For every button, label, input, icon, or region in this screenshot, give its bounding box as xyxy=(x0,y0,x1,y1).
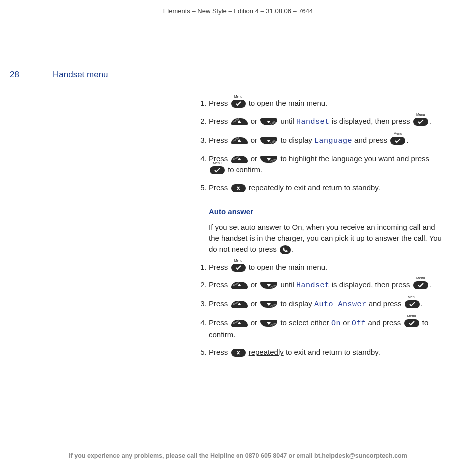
menu-button-icon: Menu xyxy=(231,264,246,272)
text: to open the main menu. xyxy=(249,263,328,271)
document-meta: Elements – New Style – Edition 4 – 31.08… xyxy=(0,0,476,16)
vertical-rule xyxy=(180,84,180,444)
nav-down-icon: Calls xyxy=(260,118,277,125)
nav-down-icon: Calls xyxy=(260,156,277,163)
footer-helpline: If you experience any problems, please c… xyxy=(0,451,476,460)
section-title: Handset menu xyxy=(53,69,108,81)
text: or xyxy=(251,117,257,125)
text: Press xyxy=(209,348,228,356)
menu-button-icon: Menu xyxy=(210,166,225,174)
text: Press xyxy=(209,136,228,144)
text: Press xyxy=(209,183,228,192)
lcd-text: Handset xyxy=(296,281,330,290)
text: to display xyxy=(280,136,312,144)
nav-down-icon: Calls xyxy=(260,282,277,289)
menu-button-icon: Menu xyxy=(405,300,420,308)
text: Press xyxy=(209,318,228,327)
step: Press ✕ repeatedly to exit and return to… xyxy=(209,182,447,193)
menu-button-icon: Menu xyxy=(404,319,419,327)
lcd-text: Handset xyxy=(296,118,330,126)
text: to display xyxy=(280,299,312,308)
text: is displayed, then press xyxy=(332,117,410,125)
cancel-button-icon: ✕ xyxy=(231,184,246,192)
text: or xyxy=(343,318,349,327)
menu-label: Menu xyxy=(413,276,428,280)
nav-up-icon: Redial xyxy=(231,282,248,289)
menu-button-icon: Menu xyxy=(413,118,428,126)
nav-down-icon: Calls xyxy=(260,137,277,144)
menu-label: Menu xyxy=(404,314,419,318)
nav-up-icon: Redial xyxy=(231,301,248,308)
text: . xyxy=(406,136,408,144)
menu-label: Menu xyxy=(405,295,420,299)
page-number: 28 xyxy=(10,69,19,81)
menu-button-icon: Menu xyxy=(390,137,405,145)
text: Press xyxy=(209,99,228,107)
step: Press Redial or Calls to select either O… xyxy=(209,317,447,340)
text: to confirm. xyxy=(228,165,262,174)
text: or xyxy=(251,280,257,289)
text: to highlight the language you want and p… xyxy=(280,154,429,163)
text: or xyxy=(251,318,257,327)
text: . xyxy=(292,245,294,253)
text: . xyxy=(429,117,431,125)
text: and press xyxy=(354,136,387,144)
menu-label: Menu xyxy=(390,132,405,135)
talk-button-icon xyxy=(280,245,291,254)
menu-label: Menu xyxy=(413,113,428,116)
nav-down-icon: Calls xyxy=(260,301,277,308)
menu-button-icon: Menu xyxy=(413,281,428,289)
subsection-heading: Auto answer xyxy=(209,206,447,217)
step: Press Menu to open the main menu. xyxy=(209,98,447,109)
menu-button-icon: Menu xyxy=(231,100,246,108)
text: or xyxy=(251,136,257,144)
nav-up-icon: Redial xyxy=(231,156,248,163)
text: is displayed, then press xyxy=(332,280,410,289)
menu-label: Menu xyxy=(231,259,246,262)
nav-up-icon: Redial xyxy=(231,320,248,327)
text: Press xyxy=(209,263,228,271)
lcd-text: Language xyxy=(314,137,352,145)
text: to select either xyxy=(280,318,329,327)
text: to exit and return to standby. xyxy=(286,183,380,192)
text: or xyxy=(251,299,257,308)
menu-label: Menu xyxy=(210,161,225,165)
step: Press Redial or Calls to display Languag… xyxy=(209,135,447,147)
step: Press ✕ repeatedly to exit and return to… xyxy=(209,347,447,358)
text-underlined: repeatedly xyxy=(249,183,284,192)
text: Press xyxy=(209,299,228,308)
text: until xyxy=(280,117,294,125)
text: to exit and return to standby. xyxy=(286,348,380,356)
intro-paragraph: If you set auto answer to On, when you r… xyxy=(209,222,447,254)
text: to open the main menu. xyxy=(249,99,328,107)
text: If you set auto answer to On, when you r… xyxy=(209,223,442,253)
text: or xyxy=(251,154,257,163)
lcd-text: On xyxy=(331,319,341,328)
steps-list-2: Press Menu to open the main menu. Press … xyxy=(198,262,447,358)
cancel-button-icon: ✕ xyxy=(231,349,246,357)
text: Press xyxy=(209,117,228,125)
step: Press Redial or Calls until Handset is d… xyxy=(209,116,447,128)
step: Press Redial or Calls to highlight the l… xyxy=(209,153,447,175)
text: and press xyxy=(368,318,401,327)
step: Press Redial or Calls until Handset is d… xyxy=(209,279,447,291)
step: Press Menu to open the main menu. xyxy=(209,262,447,273)
text: until xyxy=(280,280,294,289)
step: Press Redial or Calls to display Auto An… xyxy=(209,298,447,310)
lcd-text: Off xyxy=(352,319,366,328)
text: . xyxy=(429,280,431,289)
lcd-text: Auto Answer xyxy=(314,300,367,309)
menu-label: Menu xyxy=(231,95,246,98)
nav-up-icon: Redial xyxy=(231,137,248,144)
text: . xyxy=(421,299,423,308)
horizontal-rule xyxy=(53,84,442,84)
nav-up-icon: Redial xyxy=(231,118,248,125)
text: Press xyxy=(209,280,228,289)
nav-down-icon: Calls xyxy=(260,320,277,327)
steps-list-1: Press Menu to open the main menu. Press … xyxy=(198,98,447,193)
text: and press xyxy=(369,299,402,308)
content-column: Press Menu to open the main menu. Press … xyxy=(198,98,447,371)
text-underlined: repeatedly xyxy=(249,348,284,356)
